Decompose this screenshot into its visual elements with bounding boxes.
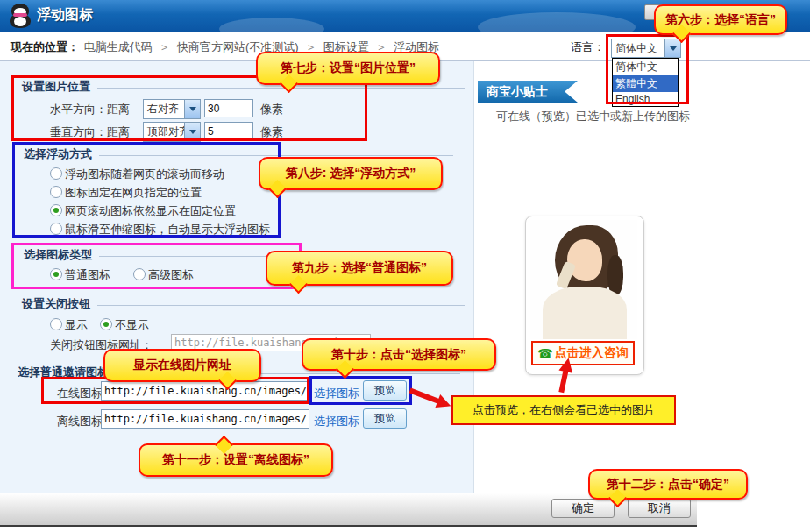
float-mode-option-label: 网页滚动图标依然显示在固定位置 — [65, 203, 236, 219]
float-mode-radio[interactable] — [50, 223, 62, 235]
online-icon-url-input[interactable] — [101, 381, 309, 401]
cancel-button[interactable]: 取消 — [628, 499, 691, 518]
callout-step11: 第十一步：设置“离线图标” — [139, 443, 333, 477]
callout-step9: 第九步：选择“普通图标” — [266, 251, 453, 286]
float-mode-option-label: 浮动图标随着网页的滚动而移动 — [65, 167, 224, 182]
callout-online-note: 显示在线图片网址 — [103, 349, 261, 382]
preview-photo — [530, 220, 637, 339]
callout-step10: 第十步：点击“选择图标” — [302, 338, 496, 371]
tips-banner: 商宝小贴士 — [478, 81, 578, 103]
ok-button[interactable]: 确定 — [551, 499, 615, 518]
icon-type-radio-selected[interactable] — [50, 268, 62, 280]
chevron-down-icon[interactable] — [664, 39, 680, 57]
penguin-mascot-icon — [9, 4, 32, 28]
close-option-label: 不显示 — [115, 317, 149, 333]
language-selected-value: 简体中文 — [612, 41, 664, 56]
float-mode-radio-selected[interactable] — [50, 204, 62, 216]
icon-type-radio[interactable] — [133, 268, 146, 280]
icon-type-option-label: 普通图标 — [65, 267, 110, 283]
language-option[interactable]: English — [613, 92, 678, 106]
chevron-down-icon[interactable] — [184, 123, 200, 141]
arrow-to-preview-image — [540, 352, 582, 398]
float-mode-option-label: 鼠标滑至伸缩图标，自动显示大浮动图标 — [65, 222, 270, 238]
horizontal-align-select[interactable]: 右对齐 — [143, 99, 201, 119]
horizontal-direction-label: 水平方向：距离 — [50, 102, 130, 117]
callout-step7: 第七步：设置“图片位置” — [256, 52, 440, 85]
preview-image-frame: ☎ 点击进入咨询 — [525, 216, 644, 375]
language-option-highlighted[interactable]: 繁體中文 — [613, 75, 678, 92]
online-preview-button[interactable]: 预览 — [363, 380, 407, 401]
page-title: 浮动图标 — [37, 6, 93, 25]
online-choose-icon-link[interactable]: 选择图标 — [314, 386, 359, 401]
pixel-unit-label: 像素 — [260, 102, 283, 117]
breadcrumb-item[interactable]: 电脑生成代码 — [84, 40, 153, 53]
tips-text: 可在线（预览）已选中或新上传的图标 — [496, 109, 690, 124]
close-option-label: 显示 — [65, 317, 88, 333]
vertical-direction-label: 垂直方向：距离 — [50, 124, 130, 140]
language-label: 语言： — [571, 39, 605, 55]
offline-icon-url-input[interactable] — [101, 409, 309, 429]
pixel-unit-label: 像素 — [260, 124, 283, 140]
vertical-distance-input[interactable] — [204, 122, 253, 140]
breadcrumb-label: 现在的位置： — [11, 40, 79, 53]
breadcrumb-separator: ＞ — [159, 40, 170, 53]
float-mode-radio[interactable] — [50, 167, 62, 180]
offline-preview-button[interactable]: 预览 — [363, 408, 407, 429]
vertical-align-select[interactable]: 顶部对齐 — [143, 122, 201, 142]
horizontal-distance-input[interactable] — [204, 99, 253, 117]
chevron-down-icon[interactable] — [184, 100, 200, 118]
language-option-list: 简体中文 繁體中文 English — [612, 58, 679, 107]
float-mode-option-label: 图标固定在网页指定的位置 — [65, 185, 202, 201]
offline-choose-icon-link[interactable]: 选择图标 — [314, 414, 359, 429]
callout-step12: 第十二步：点击“确定” — [588, 469, 748, 500]
icon-type-option-label: 高级图标 — [148, 267, 194, 283]
callout-step6: 第六步：选择“语言” — [654, 4, 787, 35]
language-select[interactable]: 简体中文 — [611, 39, 681, 58]
section-heading-close-button: 设置关闭按钮 — [22, 296, 465, 312]
language-option[interactable]: 简体中文 — [613, 59, 678, 75]
arrow-to-preview-note — [405, 384, 456, 412]
close-show-radio[interactable] — [50, 318, 62, 330]
close-hide-radio-selected[interactable] — [100, 318, 112, 330]
float-mode-radio[interactable] — [50, 186, 62, 198]
callout-preview-note: 点击预览，在右侧会看已选中的图片 — [451, 395, 676, 425]
callout-step8: 第八步: 选择“浮动方式” — [259, 157, 443, 190]
